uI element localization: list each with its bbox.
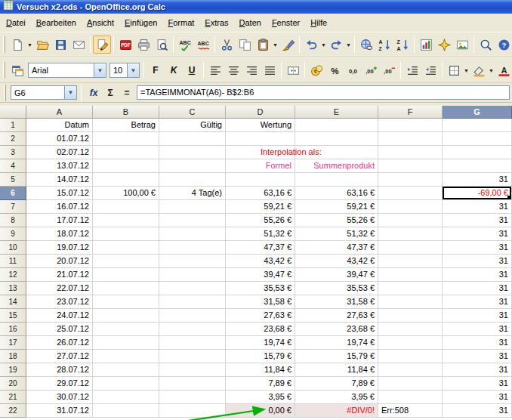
cell-D11[interactable]: 43,42 € [226,255,295,268]
spellcheck-button[interactable]: ABC [176,36,194,54]
cell-A13[interactable]: 22.07.12 [26,282,93,295]
cell-A15[interactable]: 24.07.12 [26,309,93,323]
cell-D9[interactable]: 51,32 € [226,227,295,241]
font-name-combobox[interactable]: Arial▼ [28,63,106,78]
cell-B4[interactable] [93,159,159,173]
font-name-combobox-value[interactable]: Arial [29,66,94,75]
cell-A17[interactable]: 26.07.12 [26,336,93,350]
row-header-10[interactable]: 10 [0,241,26,255]
cell-E2[interactable] [295,132,378,146]
cell-E22[interactable]: #DIV/0! [295,404,378,418]
print-button[interactable] [134,36,153,54]
cell-F13[interactable] [378,282,443,295]
column-header-B[interactable]: B [93,106,159,119]
row-header-7[interactable]: 7 [0,200,26,214]
cell-C21[interactable] [159,391,226,404]
hyperlink-button[interactable] [357,36,375,54]
cell-G11[interactable]: 31 [443,255,512,268]
cell-F1[interactable] [378,119,443,132]
font-size-combobox-value[interactable]: 10 [110,66,127,75]
cell-B17[interactable] [93,336,159,350]
background-color-button[interactable] [470,61,488,79]
cell-B1[interactable]: Betrag [93,119,159,132]
cell-C2[interactable] [159,132,226,146]
decrease-indent-button[interactable] [403,61,421,79]
redo-button-dropdown[interactable]: ▼ [345,36,352,54]
cell-D7[interactable]: 59,21 € [226,200,295,214]
cell-G9[interactable]: 31 [443,227,512,241]
row-header-16[interactable]: 16 [0,323,26,336]
gallery-button[interactable] [453,36,471,54]
cell-E16[interactable]: 23,68 € [295,323,378,336]
row-header-6[interactable]: 6 [0,187,26,200]
email-document-button[interactable] [69,36,88,54]
row-header-15[interactable]: 15 [0,309,26,323]
cell-F18[interactable] [378,350,443,363]
row-header-14[interactable]: 14 [0,295,26,309]
cell-D6[interactable]: 63,16 € [226,187,295,200]
cell-F20[interactable] [378,377,443,391]
add-decimal-button[interactable]: ,00 [362,61,380,79]
row-header-12[interactable]: 12 [0,268,26,282]
cell-B11[interactable] [93,255,159,268]
column-header-A[interactable]: A [26,106,93,119]
copy-button[interactable] [236,36,254,54]
row-header-2[interactable]: 2 [0,132,26,146]
column-header-E[interactable]: E [295,106,378,119]
borders-button-dropdown[interactable]: ▼ [463,61,470,79]
cell-C7[interactable] [159,200,226,214]
cell-E7[interactable]: 59,21 € [295,200,378,214]
save-button[interactable] [51,36,69,54]
cell-B8[interactable] [93,214,159,227]
cell-F19[interactable] [378,363,443,377]
navigator-button[interactable] [435,36,453,54]
cell-A2[interactable]: 01.07.12 [26,132,93,146]
cell-E1[interactable] [295,119,378,132]
cell-B21[interactable] [93,391,159,404]
cell-B16[interactable] [93,323,159,336]
menu-fenster[interactable]: Fenster [267,15,305,30]
cell-A10[interactable]: 19.07.12 [26,241,93,255]
cell-C22[interactable] [159,404,226,418]
row-header-21[interactable]: 21 [0,391,26,404]
cell-G22[interactable]: 31 [443,404,512,418]
cell-G6[interactable]: -69,00 € [443,187,512,200]
cell-A8[interactable]: 17.07.12 [26,214,93,227]
styles-formatting-button[interactable] [8,61,26,79]
row-header-13[interactable]: 13 [0,282,26,295]
row-header-1[interactable]: 1 [0,119,26,132]
insert-chart-button[interactable] [417,36,435,54]
align-left-button[interactable] [206,61,224,79]
cell-B12[interactable] [93,268,159,282]
toolbar-handle[interactable] [3,62,5,79]
new-document-button[interactable] [8,36,26,54]
column-header-D[interactable]: D [226,106,295,119]
cell-G12[interactable]: 31 [443,268,512,282]
cell-G10[interactable]: 31 [443,241,512,255]
menu-bearbeiten[interactable]: Bearbeiten [31,15,82,30]
cell-D12[interactable]: 39,47 € [226,268,295,282]
cell-C5[interactable] [159,173,226,187]
cell-G13[interactable]: 31 [443,282,512,295]
cell-B5[interactable] [93,173,159,187]
menu-einfügen[interactable]: Einfügen [119,15,162,30]
percent-format-button[interactable]: % [325,61,344,79]
cell-F12[interactable] [378,268,443,282]
cell-F3[interactable] [378,146,443,159]
cell-A3[interactable]: 02.07.12 [26,146,93,159]
cell-G19[interactable]: 31 [443,363,512,377]
row-header-8[interactable]: 8 [0,214,26,227]
cell-G5[interactable]: 31 [443,173,512,187]
cell-A12[interactable]: 21.07.12 [26,268,93,282]
sum-button[interactable]: Σ [102,85,119,101]
align-center-button[interactable] [224,61,242,79]
formula-input[interactable]: =TAGEIMMONAT(A6)- B$2:B6 [137,85,510,100]
cell-G20[interactable]: 31 [443,377,512,391]
cell-B18[interactable] [93,350,159,363]
cell-F9[interactable] [378,227,443,241]
cell-C1[interactable]: Gültig [159,119,226,132]
cell-C10[interactable] [159,241,226,255]
cell-D13[interactable]: 35,53 € [226,282,295,295]
page-preview-button[interactable] [153,36,171,54]
cell-A16[interactable]: 25.07.12 [26,323,93,336]
